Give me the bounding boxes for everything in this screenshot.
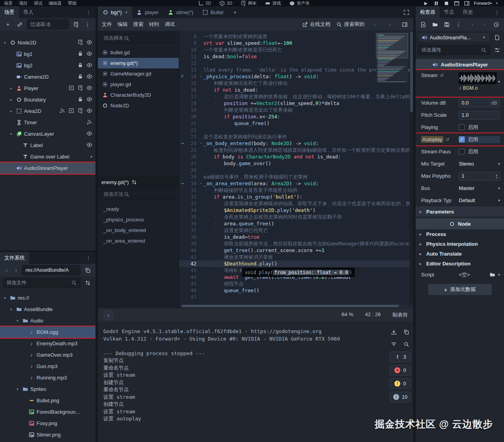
property-value[interactable]: Default▾ <box>459 197 500 203</box>
messages-badge[interactable]: i10 <box>390 392 411 402</box>
chevron-down-icon[interactable]: ▾ <box>498 198 500 203</box>
dots-v-button[interactable]: ⋮ <box>83 20 92 29</box>
tab-slime(*)[interactable]: slime(*) <box>163 6 198 18</box>
eye-badge[interactable] <box>86 73 92 81</box>
mode-脚本[interactable]: 脚本 <box>240 0 257 6</box>
fullscreen-button[interactable] <box>401 7 411 17</box>
tab-导入[interactable]: 导入 <box>19 6 38 18</box>
code-editor[interactable]: 8一个变量来控制史莱姆的速度9ort var slime_speed:float… <box>179 31 413 308</box>
float-panel-button[interactable] <box>400 20 409 29</box>
scene-tree-item[interactable]: ▸Player <box>0 83 95 94</box>
property-value[interactable]: <空>▾ <box>459 271 500 278</box>
code-vscrollbar[interactable] <box>410 31 413 304</box>
script-list-item[interactable]: GameManager.gd <box>98 68 179 79</box>
plus-button[interactable]: + <box>3 20 13 29</box>
playback-stop[interactable] <box>443 0 449 6</box>
eye-badge[interactable] <box>86 39 92 46</box>
method-list-item[interactable]: _ready <box>98 204 179 214</box>
method-filter-box[interactable]: 筛选方法 <box>101 190 176 199</box>
property-value[interactable]: 1▴▾ <box>459 172 500 180</box>
group-badge[interactable] <box>68 107 74 115</box>
group-badge[interactable] <box>68 85 74 92</box>
eye-badge[interactable] <box>86 50 92 58</box>
fs-tree-item[interactable]: ♪BGM.ogg <box>0 326 95 338</box>
section-Auto Translate[interactable]: ▸Auto Translate <box>416 249 504 259</box>
chevron-down-icon[interactable]: ▾ <box>498 186 500 190</box>
code-line[interactable]: 19››判断史莱姆是否走出了世界坐标 <box>179 107 413 113</box>
current-script-row[interactable]: enemy.gd(*) <box>98 176 179 188</box>
fs-tree-item[interactable]: ♪Running.mp3 <box>0 372 95 383</box>
property-value[interactable]: Stereo▾ <box>459 161 500 167</box>
clock-button[interactable] <box>491 20 501 29</box>
checkbox[interactable]: ✓ <box>459 136 465 142</box>
eye-badge[interactable] <box>86 62 92 69</box>
nav-l-button[interactable]: ‹ <box>468 20 477 29</box>
script-badge-badge[interactable] <box>77 39 83 46</box>
chevron-down-icon[interactable]: ▾ <box>498 273 500 277</box>
code-line[interactable]: 32›if area.is_in_group('bullet'): <box>179 193 413 200</box>
eye-badge[interactable] <box>86 142 92 149</box>
fold-icon[interactable]: ▾ <box>198 180 203 187</box>
eye-badge[interactable] <box>86 130 92 138</box>
scene-tree-item[interactable]: bg1 <box>0 48 95 60</box>
number-field[interactable]: 1.0 <box>459 111 500 120</box>
scene-tree-item[interactable]: AudioStreamPlayer <box>0 162 95 174</box>
code-line[interactable]: 34››$AnimatedSprite2D.play('death') <box>179 207 413 214</box>
code-line[interactable]: 37››设置史莱姆已经死亡 <box>179 227 413 234</box>
code-line[interactable]: 47 <box>179 294 413 300</box>
nav-r-button[interactable]: › <box>13 265 20 275</box>
open-docs-button[interactable] <box>492 33 502 42</box>
expander-icon[interactable]: ▾ <box>2 296 7 300</box>
sort-files-button[interactable] <box>83 278 92 287</box>
lock-badge[interactable] <box>77 73 83 81</box>
property-value[interactable]: ♪BGM.o▾ <box>459 72 500 91</box>
section-Editor Description[interactable]: ▸Editor Description <box>416 259 504 269</box>
scene-tree-item[interactable]: Game over Label▾ <box>0 151 95 162</box>
revert-icon[interactable]: ↺ <box>440 73 444 78</box>
scene-tree-item[interactable]: ▾Node2D <box>0 37 95 48</box>
eye-badge[interactable] <box>86 85 92 92</box>
scene-tree-item[interactable]: bg2 <box>0 60 95 71</box>
expander-icon[interactable]: ▾ <box>9 132 14 136</box>
fs-tree-item[interactable]: ♪Gun.mp3 <box>0 361 95 372</box>
link-搜索帮助[interactable]: 搜索帮助 <box>336 21 365 28</box>
code-line[interactable]: 38››is_dead=true <box>179 234 413 240</box>
scriptmenu-编辑[interactable]: 编辑 <box>117 21 128 28</box>
fs-tree-item[interactable]: ♪EnemyDeath.mp3 <box>0 338 95 349</box>
code-line[interactable]: 28 <box>179 167 413 173</box>
tab-检查器[interactable]: 检查器 <box>416 6 440 18</box>
fs-tree-item[interactable]: Slimer.png <box>0 429 95 440</box>
nav-l-button[interactable]: ‹ <box>3 265 10 275</box>
resource-preview[interactable]: ♪BGM.o <box>459 72 497 91</box>
code-line[interactable]: 33››这里是我播放史莱姆噶掉的动画。获取节点下来，但是这个也是基于名称而存在的… <box>179 200 413 207</box>
script-filter-box[interactable]: 筛选脚本 <box>101 33 176 43</box>
code-line[interactable]: 39››获取当前场景根节点，然后获取挂载在根节点的GameManager脚本代码… <box>179 240 413 247</box>
minimap-viewport[interactable] <box>376 33 408 58</box>
chevron-down-icon[interactable]: ▾ <box>498 79 500 84</box>
chevron-down-icon[interactable]: ▾ <box>498 162 500 166</box>
expander-icon[interactable]: ▾ <box>15 387 20 391</box>
fold-icon[interactable]: ▾ <box>198 140 203 147</box>
code-line[interactable]: 22 <box>179 127 413 133</box>
menu-调试[interactable]: 调试 <box>34 0 42 6</box>
menu-场景[interactable]: 场景 <box>4 0 13 6</box>
fs-tree-item[interactable]: Foxy.png <box>0 418 95 429</box>
renderer-select[interactable]: Forward+▾ <box>474 0 500 6</box>
code-line[interactable]: 31›判断碰撞的节点是否是子弹场景分组的 <box>179 187 413 193</box>
mode-2D[interactable]: 2D <box>198 0 211 6</box>
mode-资产库[interactable]: 资产库 <box>289 0 310 6</box>
mode-游戏[interactable]: 游戏 <box>264 0 281 6</box>
code-line[interactable]: 29ea碰撞信号事件，用来检测子弹碰撞到了史莱姆 <box>179 173 413 180</box>
fs-tree-item[interactable]: ▾Audio <box>0 315 95 326</box>
number-field[interactable]: 0.0dB <box>459 99 500 107</box>
tab-bg(*)[interactable]: bg(*)× <box>98 6 132 18</box>
code-line[interactable]: 36››area.queue_free() <box>179 220 413 227</box>
fs-tree-item[interactable]: ♪GameOver.mp3 <box>0 349 95 361</box>
code-line[interactable]: 21›››queue_free() <box>179 120 413 127</box>
fs-tree-item[interactable]: Bullet.png <box>0 395 95 406</box>
method-list-item[interactable]: _on_area_entered <box>98 236 179 246</box>
indent-mode[interactable]: 制表符 <box>392 311 408 319</box>
download-button[interactable] <box>389 327 398 337</box>
mode-3D[interactable]: 3D <box>219 0 232 6</box>
playback-play[interactable]: ▶ <box>423 0 429 6</box>
